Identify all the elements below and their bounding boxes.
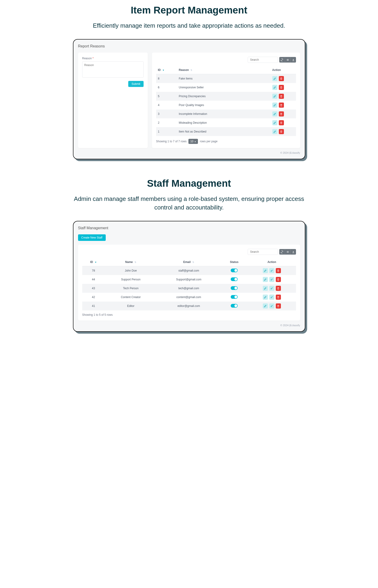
submit-button[interactable]: Submit xyxy=(128,81,143,87)
delete-icon[interactable] xyxy=(276,268,281,273)
cell-reason: Poor Quality Images xyxy=(177,101,270,110)
edit-icon[interactable] xyxy=(263,268,268,273)
delete-icon[interactable] xyxy=(279,85,284,90)
key-icon[interactable] xyxy=(269,303,274,308)
status-toggle[interactable] xyxy=(231,277,238,281)
svg-point-8 xyxy=(271,288,272,289)
table-row: 8 Fake Items xyxy=(156,74,296,83)
reasons-table-card: ID ▼ Reason ⇅ Action 8 Fake Items xyxy=(152,53,300,148)
delete-icon[interactable] xyxy=(276,303,281,308)
staff-search-input[interactable] xyxy=(248,249,278,255)
pager-showing: Showing 1 to 7 of 7 rows xyxy=(156,140,187,143)
reasons-table: ID ▼ Reason ⇅ Action 8 Fake Items xyxy=(156,66,296,136)
col-reason[interactable]: Reason ⇅ xyxy=(177,66,270,74)
cell-name: Support Person xyxy=(105,275,157,284)
status-toggle[interactable] xyxy=(231,268,238,272)
cell-id: 1 xyxy=(156,127,177,136)
download-icon[interactable] xyxy=(290,57,296,63)
page-size-select[interactable]: 10 ▲ xyxy=(189,139,198,144)
svg-point-7 xyxy=(271,280,272,280)
cell-name: John Doe xyxy=(105,266,157,275)
svg-point-10 xyxy=(271,306,272,307)
delete-icon[interactable] xyxy=(279,120,284,125)
key-icon[interactable] xyxy=(269,268,274,273)
table-row: 43 Tech Person tech@gmail.com xyxy=(82,284,296,293)
cell-id: 8 xyxy=(156,74,177,83)
columns-icon[interactable] xyxy=(285,57,290,63)
table-row: 4 Poor Quality Images xyxy=(156,101,296,110)
sort-icon: ⇅ xyxy=(135,261,136,264)
delete-icon[interactable] xyxy=(279,76,284,81)
col-id-text: ID xyxy=(158,68,161,72)
key-icon[interactable] xyxy=(269,286,274,291)
svg-point-6 xyxy=(271,271,272,272)
sort-desc-icon: ▼ xyxy=(95,261,97,264)
cell-id: 3 xyxy=(156,110,177,118)
delete-icon[interactable] xyxy=(276,277,281,282)
edit-icon[interactable] xyxy=(272,94,277,99)
edit-icon[interactable] xyxy=(272,76,277,81)
cell-email: Support@gmail.com xyxy=(157,275,221,284)
caret-up-icon: ▲ xyxy=(194,140,196,142)
cell-email: content@gmail.com xyxy=(157,293,221,302)
cell-name: Editor xyxy=(105,302,157,310)
sort-icon: ⇅ xyxy=(190,69,192,71)
edit-icon[interactable] xyxy=(272,120,277,125)
col-email-text: Email xyxy=(183,260,191,264)
table-row: 2 Misleading Description xyxy=(156,118,296,127)
delete-icon[interactable] xyxy=(276,286,281,291)
col-id[interactable]: ID ▼ xyxy=(82,258,105,266)
create-staff-button[interactable]: Create New Staff xyxy=(78,234,106,241)
cell-id: 5 xyxy=(156,92,177,101)
cell-id: 78 xyxy=(82,266,105,275)
edit-icon[interactable] xyxy=(272,102,277,108)
staff-pager-showing: Showing 1 to 5 of 5 rows xyxy=(82,313,113,316)
section2-title: Staff Management xyxy=(73,178,305,189)
pager-suffix: rows per page xyxy=(200,140,217,143)
copyright: © 2024 |Eclassify xyxy=(78,151,300,154)
key-icon[interactable] xyxy=(269,277,274,282)
staff-panel: Staff Management Create New Staff xyxy=(73,221,305,332)
status-toggle[interactable] xyxy=(231,295,238,299)
reason-input[interactable] xyxy=(82,61,144,78)
search-input[interactable] xyxy=(248,57,278,63)
refresh-icon[interactable] xyxy=(279,57,285,63)
table-row: 41 Editor editor@gmail.com xyxy=(82,302,296,310)
cell-email: tech@gmail.com xyxy=(157,284,221,293)
delete-icon[interactable] xyxy=(279,111,284,116)
delete-icon[interactable] xyxy=(279,94,284,99)
cell-reason: Misleading Description xyxy=(177,118,270,127)
edit-icon[interactable] xyxy=(272,129,277,134)
delete-icon[interactable] xyxy=(279,129,284,134)
col-name[interactable]: Name ⇅ xyxy=(105,258,157,266)
cell-name: Content Creator xyxy=(105,293,157,302)
key-icon[interactable] xyxy=(269,294,274,300)
delete-icon[interactable] xyxy=(279,102,284,108)
cell-reason: Unresponsive Seller xyxy=(177,83,270,92)
cell-id: 2 xyxy=(156,118,177,127)
col-email[interactable]: Email ⇅ xyxy=(157,258,221,266)
table-row: 5 Pricing Discrepancies xyxy=(156,92,296,101)
refresh-icon[interactable] xyxy=(279,249,285,255)
table-row: 78 John Doe staff@gmail.com xyxy=(82,266,296,275)
table-row: 3 Incomplete Information xyxy=(156,110,296,118)
table-row: 1 Item Not as Described xyxy=(156,127,296,136)
cell-reason: Pricing Discrepancies xyxy=(177,92,270,101)
delete-icon[interactable] xyxy=(276,294,281,300)
cell-id: 41 xyxy=(82,302,105,310)
col-id[interactable]: ID ▼ xyxy=(156,66,177,74)
edit-icon[interactable] xyxy=(263,303,268,308)
download-icon[interactable] xyxy=(290,249,296,255)
columns-icon[interactable] xyxy=(285,249,290,255)
staff-table: ID ▼ Name ⇅ Email ⇅ Status Action xyxy=(82,258,296,310)
edit-icon[interactable] xyxy=(272,111,277,116)
cell-reason: Item Not as Described xyxy=(177,127,270,136)
edit-icon[interactable] xyxy=(272,85,277,90)
reason-form-card: Reason * Submit xyxy=(78,53,148,148)
edit-icon[interactable] xyxy=(263,286,268,291)
edit-icon[interactable] xyxy=(263,277,268,282)
status-toggle[interactable] xyxy=(231,286,238,290)
edit-icon[interactable] xyxy=(263,294,268,300)
staff-table-card: ID ▼ Name ⇅ Email ⇅ Status Action xyxy=(78,245,300,321)
status-toggle[interactable] xyxy=(231,304,238,308)
